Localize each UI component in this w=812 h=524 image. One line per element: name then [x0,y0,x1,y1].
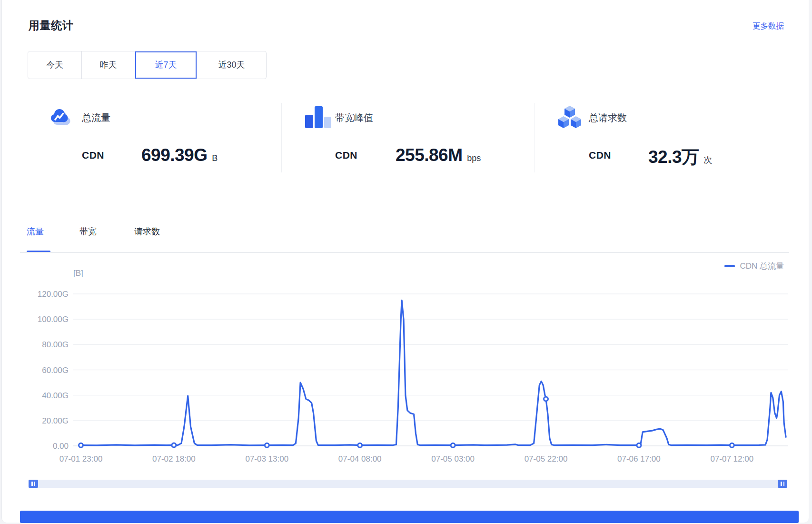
cloud-traffic-icon [49,107,72,128]
svg-text:07-04 08:00: 07-04 08:00 [338,454,382,464]
bandwidth-bars-icon [305,106,332,128]
tab-traffic[interactable]: 流量 [27,226,44,237]
footer-blue-bar [20,511,799,523]
usage-stats-card: 用量统计 更多数据 今天 昨天 近7天 近30天 总流量 CDN 699.39G… [1,0,809,523]
stat-value-total-requests: 32.3万 次 [648,145,712,169]
stat-product-cdn: CDN [589,150,611,161]
svg-text:80.00G: 80.00G [42,340,69,349]
stat-divider [281,103,282,172]
tabs-divider-line [20,252,789,253]
pause-bar-icon [783,482,785,486]
svg-text:120.00G: 120.00G [38,290,69,299]
page-title: 用量统计 [29,18,73,33]
svg-text:07-03 13:00: 07-03 13:00 [245,454,288,464]
svg-text:60.00G: 60.00G [42,366,69,375]
stat-label-total-requests: 总请求数 [589,111,627,124]
stat-number: 255.86M [396,145,463,165]
svg-text:07-05 22:00: 07-05 22:00 [525,454,568,464]
stat-unit: B [212,153,218,163]
range-tab-last-7-days[interactable]: 近7天 [135,51,197,79]
stat-label-total-traffic: 总流量 [82,111,110,124]
svg-text:07-06 17:00: 07-06 17:00 [617,454,661,464]
requests-cubes-icon [557,105,582,129]
pause-bar-icon [31,482,33,486]
range-tab-today[interactable]: 今天 [28,51,81,79]
svg-text:07-07 12:00: 07-07 12:00 [710,454,753,464]
svg-text:07-01 23:00: 07-01 23:00 [59,454,103,464]
svg-text:07-05 03:00: 07-05 03:00 [431,454,475,464]
x-scroll-left-handle[interactable] [29,480,38,488]
stat-unit: bps [467,153,481,163]
x-scroll-track[interactable] [29,480,787,488]
svg-text:0.00: 0.00 [53,442,69,451]
svg-text:40.00G: 40.00G [42,391,69,400]
stat-label-peak-bandwidth: 带宽峰值 [335,111,373,124]
stat-number: 32.3万 [648,147,699,167]
time-range-tabs: 今天 昨天 近7天 近30天 [28,51,267,79]
stat-divider [535,103,535,172]
stat-unit: 次 [703,155,712,165]
stat-product-cdn: CDN [335,150,357,161]
pause-bar-icon [781,482,782,486]
svg-text:100.00G: 100.00G [38,315,69,324]
range-tab-yesterday[interactable]: 昨天 [81,51,135,79]
usage-line-chart[interactable]: 120.00G100.00G80.00G60.00G40.00G20.00G0.… [2,257,812,472]
tab-bandwidth[interactable]: 带宽 [79,226,97,237]
stat-number: 699.39G [141,145,207,165]
svg-text:20.00G: 20.00G [42,416,69,425]
x-scroll-right-handle[interactable] [778,480,787,488]
stat-value-peak-bandwidth: 255.86M bps [396,145,481,165]
pause-bar-icon [34,482,36,486]
more-data-link[interactable]: 更多数据 [753,21,784,31]
stat-product-cdn: CDN [82,150,104,161]
svg-text:07-02 18:00: 07-02 18:00 [152,454,196,464]
stat-value-total-traffic: 699.39G B [141,145,218,165]
range-tab-last-30-days[interactable]: 近30天 [197,51,266,79]
tab-requests[interactable]: 请求数 [134,226,160,237]
